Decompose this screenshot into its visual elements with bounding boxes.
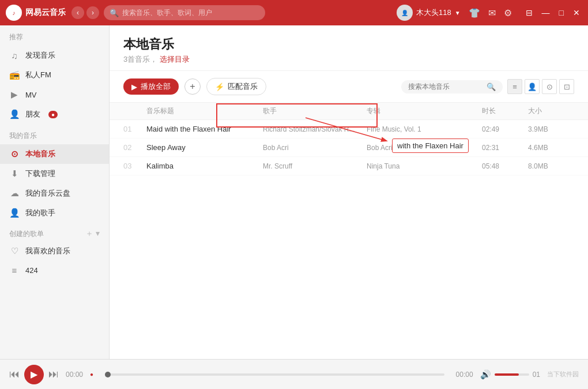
sidebar-item-liked-music[interactable]: ♡ 我喜欢的音乐 — [0, 241, 109, 261]
titlebar-right: 👤 木大头118 ▼ 👕 ✉ ⚙ ⊟ — □ ✕ — [397, 5, 582, 21]
player-controls: ⏮ ▶ ⏭ — [9, 365, 59, 384]
col-header-size: 大小 — [528, 106, 574, 116]
table-row[interactable]: 01 Maid with the Flaxen Hair Richard Sto… — [110, 120, 588, 139]
add-playlist-button[interactable]: ＋ ▾ — [85, 229, 100, 239]
sidebar-item-friends-label: 朋友 — [25, 109, 40, 119]
discover-icon: ♫ — [9, 51, 20, 61]
row-duration: 02:49 — [482, 125, 528, 133]
my-music-section-title: 我的音乐 — [0, 124, 109, 144]
sidebar-item-discover-label: 发现音乐 — [25, 50, 55, 61]
row-num: 01 — [123, 125, 146, 133]
search-bar: 🔍 — [104, 5, 265, 20]
play-all-button[interactable]: ▶ 播放全部 — [123, 78, 179, 95]
sidebar-item-playlist-424[interactable]: ≡ 424 — [0, 261, 109, 280]
sidebar: 推荐 ♫ 发现音乐 📻 私人FM ▶ MV 👤 朋友 ● 我的音乐 ⊙ 本地音乐… — [0, 25, 110, 359]
row-size: 8.0MB — [528, 162, 574, 170]
col-header-num — [123, 106, 146, 116]
user-view-button[interactable]: 👤 — [525, 79, 540, 94]
window-maximize-button[interactable]: □ — [557, 7, 566, 18]
col-header-album: 专辑 — [367, 106, 482, 116]
player-right: 当下软件园 — [547, 370, 579, 379]
row-album: Bob Acri — [367, 144, 482, 152]
page-title-text: 本地音乐 — [123, 36, 174, 53]
table-header: 音乐标题 歌手 专辑 时长 大小 — [110, 103, 588, 120]
subtitle-count: 3首音乐， — [123, 55, 157, 63]
list-view-button[interactable]: ≡ — [507, 79, 522, 94]
match-label: 匹配音乐 — [228, 81, 258, 92]
search-icon: 🔍 — [110, 9, 119, 17]
search-input[interactable] — [122, 9, 259, 17]
table-row[interactable]: 03 Kalimba Mr. Scruff Ninja Tuna 05:48 8… — [110, 157, 588, 175]
volume-area: 🔊 01 — [480, 369, 540, 380]
nav-back-button[interactable]: ‹ — [71, 6, 84, 19]
grid-view-button[interactable]: ⊡ — [559, 79, 574, 94]
select-directory-link[interactable]: 选择目录 — [160, 55, 190, 63]
download-icon: ⬇ — [9, 169, 20, 179]
row-artist: Richard Stoltzman/Slovak R... — [263, 125, 367, 133]
cloud-icon: ☁ — [9, 188, 20, 199]
sidebar-item-local-music[interactable]: ⊙ 本地音乐 — [0, 144, 109, 164]
time-current: 00:00 — [66, 371, 83, 379]
sidebar-item-fm[interactable]: 📻 私人FM — [0, 65, 109, 85]
fm-icon: 📻 — [9, 70, 20, 80]
progress-bar[interactable] — [105, 373, 444, 376]
play-pause-button[interactable]: ▶ — [24, 365, 44, 384]
recommend-section-title: 推荐 — [0, 25, 109, 46]
nav-forward-button[interactable]: › — [86, 6, 99, 19]
col-header-artist: 歌手 — [263, 106, 367, 116]
playlist-icon: ≡ — [9, 265, 20, 275]
page-title: 本地音乐 — [123, 36, 574, 53]
subtitle: 3首音乐， 选择目录 — [123, 54, 574, 65]
user-info[interactable]: 👤 木大头118 ▼ — [397, 5, 461, 21]
row-size: 3.9MB — [528, 125, 574, 133]
friends-badge: ● — [48, 111, 58, 118]
watermark-text: 当下软件园 — [547, 370, 579, 379]
circle-view-button[interactable]: ⊙ — [542, 79, 557, 94]
window-close-button[interactable]: ✕ — [571, 7, 582, 18]
add-icon: + — [190, 81, 195, 92]
match-icon: ⚡ — [215, 83, 224, 91]
local-search-input[interactable] — [408, 83, 483, 91]
next-button[interactable]: ⏭ — [48, 368, 59, 380]
row-num: 03 — [123, 162, 146, 170]
shirt-icon[interactable]: 👕 — [469, 8, 480, 18]
sidebar-item-cloud-disk[interactable]: ☁ 我的音乐云盘 — [0, 184, 109, 203]
window-minimize-button[interactable]: — — [540, 7, 552, 18]
view-buttons: ≡ 👤 ⊙ ⊡ — [507, 79, 574, 94]
add-button[interactable]: + — [184, 78, 201, 95]
sidebar-item-mv[interactable]: ▶ MV — [0, 85, 109, 104]
row-title: Maid with the Flaxen Hair — [146, 125, 263, 133]
mail-icon[interactable]: ✉ — [488, 8, 496, 18]
sidebar-item-my-artist[interactable]: 👤 我的歌手 — [0, 203, 109, 223]
row-album: Fine Music, Vol. 1 — [367, 125, 482, 133]
local-search-bar: 🔍 — [401, 80, 503, 93]
player-bar: ⏮ ▶ ⏭ 00:00 ● 00:00 🔊 01 当下软件园 — [0, 359, 588, 389]
user-avatar: 👤 — [397, 5, 413, 21]
sidebar-item-discover[interactable]: ♫ 发现音乐 — [0, 46, 109, 65]
sidebar-item-cloud-disk-label: 我的音乐云盘 — [25, 188, 70, 199]
track-list: 01 Maid with the Flaxen Hair Richard Sto… — [110, 120, 588, 175]
music-table: 音乐标题 歌手 专辑 时长 大小 01 Maid with the Flaxen… — [110, 103, 588, 359]
sidebar-item-fm-label: 私人FM — [25, 70, 51, 80]
row-duration: 02:31 — [482, 144, 528, 152]
window-minimax-icon[interactable]: ⊟ — [523, 7, 535, 18]
user-name: 木大头118 — [416, 8, 451, 18]
titlebar: ♪ 网易云音乐 ‹ › 🔍 👤 木大头118 ▼ 👕 ✉ ⚙ ⊟ — □ ✕ — [0, 0, 588, 25]
match-music-button[interactable]: ⚡ 匹配音乐 — [206, 78, 266, 95]
volume-icon[interactable]: 🔊 — [480, 369, 491, 380]
content-area: with the Flaxen Hair 本地音乐 3首音乐， 选择目录 ▶ 播… — [110, 25, 588, 359]
table-row[interactable]: 02 Sleep Away Bob Acri Bob Acri 02:31 4.… — [110, 139, 588, 157]
main-layout: 推荐 ♫ 发现音乐 📻 私人FM ▶ MV 👤 朋友 ● 我的音乐 ⊙ 本地音乐… — [0, 25, 588, 359]
prev-button[interactable]: ⏮ — [9, 368, 20, 380]
sidebar-item-downloads[interactable]: ⬇ 下载管理 — [0, 164, 109, 184]
local-music-icon: ⊙ — [9, 149, 20, 159]
app-name: 网易云音乐 — [25, 8, 66, 18]
sidebar-item-my-artist-label: 我的歌手 — [25, 208, 55, 218]
time-total: 00:00 — [456, 371, 473, 379]
col-header-duration: 时长 — [482, 106, 528, 116]
volume-bar[interactable] — [495, 373, 529, 376]
settings-icon[interactable]: ⚙ — [504, 8, 512, 18]
sidebar-item-friends[interactable]: 👤 朋友 ● — [0, 104, 109, 124]
row-artist: Mr. Scruff — [263, 162, 367, 170]
sidebar-item-mv-label: MV — [25, 91, 37, 99]
